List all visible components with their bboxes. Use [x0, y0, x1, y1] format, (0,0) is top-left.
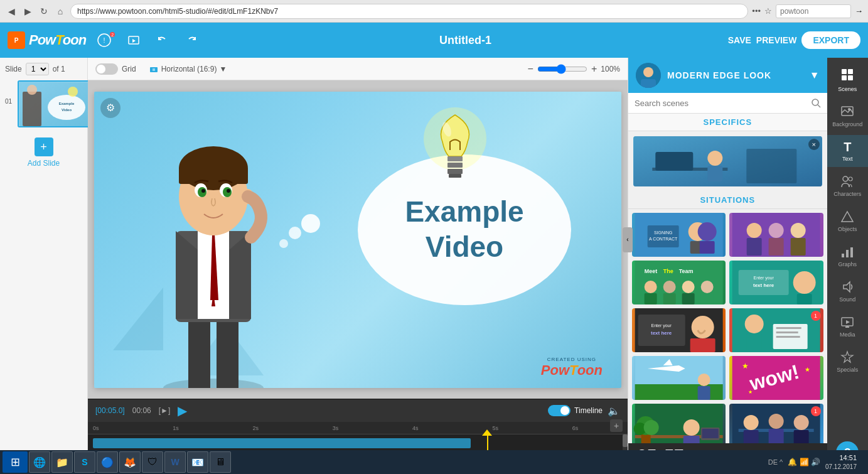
search-bar — [628, 93, 827, 114]
specials-icon — [840, 350, 854, 365]
scenes-label: Scenes — [838, 86, 857, 92]
timeline-add-button[interactable]: + — [610, 419, 623, 432]
svg-point-135 — [843, 176, 848, 181]
svg-rect-131 — [842, 75, 847, 80]
svg-rect-128 — [794, 430, 809, 443]
svg-rect-81 — [701, 293, 714, 304]
browser-search[interactable] — [776, 4, 851, 18]
collapse-panel-button[interactable]: ‹ — [623, 227, 633, 252]
slide-thumbnail[interactable]: Example Video — [18, 80, 93, 127]
forward-button[interactable]: ▶ — [21, 5, 34, 18]
svg-point-74 — [645, 281, 657, 293]
add-slide-button[interactable]: + Add Slide — [5, 137, 82, 168]
back-button[interactable]: ◀ — [5, 5, 18, 18]
preview-button[interactable]: PREVIEW — [756, 35, 797, 45]
sidebar-item-text[interactable]: T Text — [827, 135, 868, 167]
scene-item-meet-team[interactable]: Meet The Team — [632, 261, 726, 304]
scene-item-travel[interactable] — [632, 356, 726, 400]
canvas-slide[interactable]: ⚙ — [94, 92, 621, 388]
zoom-in-button[interactable]: + — [591, 63, 597, 75]
slides-button[interactable] — [122, 31, 145, 49]
refresh-button[interactable]: ↻ — [38, 5, 50, 18]
more-options[interactable]: ••• — [752, 6, 761, 16]
scrollbar-thumb[interactable] — [623, 434, 628, 447]
featured-scene-image[interactable] — [633, 136, 822, 186]
profile-dropdown-button[interactable]: ▼ — [810, 70, 820, 81]
sidebar-item-media[interactable]: Media — [827, 310, 868, 343]
svg-point-127 — [794, 415, 809, 430]
taskbar-word[interactable]: W — [164, 451, 186, 473]
track-bar-1[interactable] — [93, 438, 471, 448]
export-button[interactable]: EXPORT — [801, 31, 860, 49]
svg-rect-130 — [848, 69, 853, 74]
add-slide-label: Add Slide — [28, 159, 60, 168]
svg-rect-27 — [179, 168, 248, 184]
taskbar-outlook[interactable]: 📧 — [187, 451, 208, 473]
presentation-title: Untitled-1 — [209, 34, 722, 47]
slide-number-select[interactable]: 1 — [26, 63, 49, 75]
svg-point-45 — [643, 67, 653, 77]
sidebar-item-characters[interactable]: Characters — [827, 170, 868, 202]
sidebar-item-specials[interactable]: Specials — [827, 345, 868, 378]
scene-badge-2: 1 — [811, 406, 821, 416]
sidebar-item-scenes[interactable]: Scenes — [827, 63, 868, 97]
zoom-out-button[interactable]: − — [528, 63, 533, 75]
scene-img-enter-text: Enter your text here — [729, 261, 823, 304]
bookmark-icon[interactable]: ☆ — [764, 6, 772, 16]
scene-item-text-dark[interactable]: Enter your text here — [632, 308, 726, 352]
scene-item-signing-contract[interactable]: SIGNING A CONTRACT — [632, 213, 726, 257]
taskbar-skype[interactable]: S — [74, 451, 95, 473]
timeline-toggle-switch[interactable] — [548, 405, 571, 416]
taskbar-security[interactable]: 🛡 — [142, 451, 163, 473]
taskbar-explorer[interactable]: 📁 — [51, 451, 73, 473]
zoom-slider[interactable] — [537, 64, 587, 74]
start-button[interactable]: ⊞ — [3, 451, 28, 473]
orientation-button[interactable]: Horizontal (16:9) ▼ — [144, 63, 232, 75]
taskbar-chrome[interactable]: 🔵 — [97, 451, 118, 473]
search-icon — [811, 98, 821, 108]
scene-item-plant[interactable] — [632, 404, 726, 443]
grid-switch[interactable] — [95, 63, 118, 75]
taskbar-ie[interactable]: 🌐 — [29, 451, 50, 473]
undo-button[interactable] — [151, 31, 174, 49]
canvas-wrapper: ‹ ⚙ — [88, 80, 628, 399]
scene-item-red-scene[interactable]: 1 — [729, 308, 823, 352]
notifications-button[interactable]: ! 2 — [92, 31, 116, 50]
taskbar-folder2[interactable]: 🖥 — [210, 451, 231, 473]
featured-scene-close-button[interactable]: × — [808, 139, 820, 150]
svg-rect-105 — [698, 386, 710, 400]
situations-label: SITUATIONS — [628, 191, 827, 209]
scene-item-enter-text[interactable]: Enter your text here — [729, 261, 823, 304]
svg-rect-54 — [746, 149, 796, 183]
scene-item-dark-meeting[interactable]: 1 — [729, 404, 823, 443]
sidebar-item-graphs[interactable]: Graphs — [827, 240, 868, 272]
volume-button[interactable]: 🔈 — [608, 405, 620, 417]
svg-point-134 — [848, 108, 850, 110]
watermark-logo: CREATED USING PowToon — [541, 357, 603, 379]
browser-search-go[interactable]: → — [855, 6, 863, 16]
search-scenes-input[interactable] — [635, 99, 807, 108]
scenes-icon — [840, 68, 854, 85]
orientation-label: Horizontal (16:9) — [161, 65, 217, 73]
home-button[interactable]: ⌂ — [54, 5, 67, 18]
taskbar-firefox[interactable]: 🦊 — [119, 451, 141, 473]
sidebar-item-background[interactable]: Background — [827, 100, 868, 132]
svg-rect-87 — [797, 294, 812, 304]
header-right: SAVE PREVIEW EXPORT — [728, 31, 860, 49]
settings-gear-button[interactable]: ⚙ — [100, 98, 121, 118]
redo-button[interactable] — [180, 31, 203, 49]
svg-point-52 — [707, 151, 722, 166]
save-button[interactable]: SAVE — [728, 35, 751, 45]
svg-point-86 — [793, 271, 816, 294]
slide-navigation: Slide 1 of 1 — [5, 63, 82, 75]
address-bar[interactable] — [70, 4, 748, 19]
svg-point-13 — [163, 379, 264, 388]
svg-point-61 — [698, 222, 717, 241]
svg-line-48 — [818, 105, 820, 107]
play-button[interactable]: ▶ — [178, 403, 187, 418]
scene-item-characters[interactable] — [729, 213, 823, 257]
sidebar-item-objects[interactable]: Objects — [827, 205, 868, 237]
sidebar-item-sound[interactable]: Sound — [827, 275, 868, 308]
scene-item-wow[interactable]: wow! ★ ★ ★ — [729, 356, 823, 400]
svg-text:Enter your: Enter your — [651, 323, 672, 328]
